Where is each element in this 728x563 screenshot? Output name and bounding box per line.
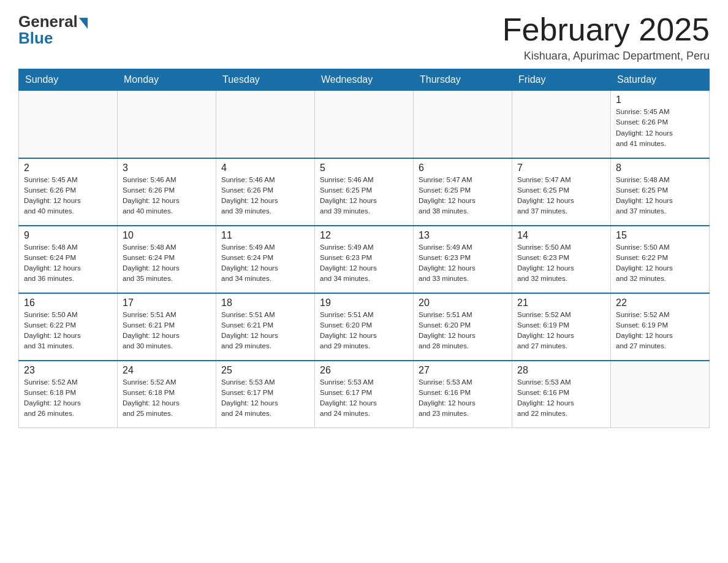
table-row: 5Sunrise: 5:46 AM Sunset: 6:25 PM Daylig… (315, 158, 414, 226)
day-info: Sunrise: 5:51 AM Sunset: 6:20 PM Dayligh… (320, 310, 408, 352)
day-number: 21 (517, 297, 605, 308)
day-info: Sunrise: 5:51 AM Sunset: 6:21 PM Dayligh… (123, 310, 211, 352)
day-info: Sunrise: 5:49 AM Sunset: 6:24 PM Dayligh… (221, 242, 309, 285)
calendar-week-row: 9Sunrise: 5:48 AM Sunset: 6:24 PM Daylig… (19, 226, 710, 293)
calendar-week-row: 23Sunrise: 5:52 AM Sunset: 6:18 PM Dayli… (19, 361, 710, 428)
header-wednesday: Wednesday (315, 69, 414, 91)
day-number: 3 (123, 163, 211, 174)
day-info: Sunrise: 5:50 AM Sunset: 6:23 PM Dayligh… (517, 242, 605, 285)
table-row: 10Sunrise: 5:48 AM Sunset: 6:24 PM Dayli… (118, 226, 216, 293)
day-info: Sunrise: 5:47 AM Sunset: 6:25 PM Dayligh… (419, 175, 507, 217)
day-info: Sunrise: 5:48 AM Sunset: 6:24 PM Dayligh… (123, 242, 211, 285)
calendar-table: Sunday Monday Tuesday Wednesday Thursday… (18, 69, 710, 428)
day-info: Sunrise: 5:52 AM Sunset: 6:19 PM Dayligh… (517, 310, 605, 352)
day-number: 12 (320, 230, 408, 241)
day-info: Sunrise: 5:48 AM Sunset: 6:24 PM Dayligh… (24, 242, 112, 285)
table-row: 18Sunrise: 5:51 AM Sunset: 6:21 PM Dayli… (216, 293, 315, 361)
day-number: 28 (517, 365, 605, 376)
table-row: 9Sunrise: 5:48 AM Sunset: 6:24 PM Daylig… (19, 226, 118, 293)
day-info: Sunrise: 5:50 AM Sunset: 6:22 PM Dayligh… (24, 310, 112, 352)
day-info: Sunrise: 5:50 AM Sunset: 6:22 PM Dayligh… (616, 242, 704, 285)
day-number: 6 (419, 163, 507, 174)
day-info: Sunrise: 5:53 AM Sunset: 6:17 PM Dayligh… (320, 377, 408, 419)
table-row: 1Sunrise: 5:45 AM Sunset: 6:26 PM Daylig… (611, 91, 710, 158)
weekday-header-row: Sunday Monday Tuesday Wednesday Thursday… (19, 69, 710, 91)
day-number: 22 (616, 297, 704, 308)
day-number: 11 (221, 230, 309, 241)
table-row: 28Sunrise: 5:53 AM Sunset: 6:16 PM Dayli… (512, 361, 611, 428)
table-row: 20Sunrise: 5:51 AM Sunset: 6:20 PM Dayli… (414, 293, 512, 361)
table-row (611, 361, 710, 428)
day-number: 8 (616, 163, 704, 174)
table-row: 6Sunrise: 5:47 AM Sunset: 6:25 PM Daylig… (414, 158, 512, 226)
day-number: 5 (320, 163, 408, 174)
logo: General Blue (18, 12, 88, 48)
table-row: 15Sunrise: 5:50 AM Sunset: 6:22 PM Dayli… (611, 226, 710, 293)
day-number: 9 (24, 230, 112, 241)
day-number: 15 (616, 230, 704, 241)
day-info: Sunrise: 5:46 AM Sunset: 6:26 PM Dayligh… (221, 175, 309, 217)
page-header: General Blue February 2025 Kishuara, Apu… (18, 12, 710, 63)
table-row: 7Sunrise: 5:47 AM Sunset: 6:25 PM Daylig… (512, 158, 611, 226)
day-number: 1 (616, 94, 704, 105)
day-number: 20 (419, 297, 507, 308)
table-row: 21Sunrise: 5:52 AM Sunset: 6:19 PM Dayli… (512, 293, 611, 361)
table-row: 27Sunrise: 5:53 AM Sunset: 6:16 PM Dayli… (414, 361, 512, 428)
table-row: 2Sunrise: 5:45 AM Sunset: 6:26 PM Daylig… (19, 158, 118, 226)
day-info: Sunrise: 5:52 AM Sunset: 6:18 PM Dayligh… (123, 377, 211, 419)
month-title: February 2025 (502, 12, 710, 47)
table-row (512, 91, 611, 158)
table-row: 23Sunrise: 5:52 AM Sunset: 6:18 PM Dayli… (19, 361, 118, 428)
table-row: 13Sunrise: 5:49 AM Sunset: 6:23 PM Dayli… (414, 226, 512, 293)
day-info: Sunrise: 5:46 AM Sunset: 6:26 PM Dayligh… (123, 175, 211, 217)
day-info: Sunrise: 5:45 AM Sunset: 6:26 PM Dayligh… (24, 175, 112, 217)
table-row: 14Sunrise: 5:50 AM Sunset: 6:23 PM Dayli… (512, 226, 611, 293)
day-info: Sunrise: 5:53 AM Sunset: 6:16 PM Dayligh… (517, 377, 605, 419)
table-row: 25Sunrise: 5:53 AM Sunset: 6:17 PM Dayli… (216, 361, 315, 428)
day-info: Sunrise: 5:49 AM Sunset: 6:23 PM Dayligh… (320, 242, 408, 285)
table-row: 11Sunrise: 5:49 AM Sunset: 6:24 PM Dayli… (216, 226, 315, 293)
day-number: 13 (419, 230, 507, 241)
header-monday: Monday (118, 69, 216, 91)
table-row: 16Sunrise: 5:50 AM Sunset: 6:22 PM Dayli… (19, 293, 118, 361)
table-row: 4Sunrise: 5:46 AM Sunset: 6:26 PM Daylig… (216, 158, 315, 226)
calendar-week-row: 16Sunrise: 5:50 AM Sunset: 6:22 PM Dayli… (19, 293, 710, 361)
table-row (414, 91, 512, 158)
day-number: 19 (320, 297, 408, 308)
calendar-week-row: 1Sunrise: 5:45 AM Sunset: 6:26 PM Daylig… (19, 91, 710, 158)
table-row (315, 91, 414, 158)
day-info: Sunrise: 5:51 AM Sunset: 6:21 PM Dayligh… (221, 310, 309, 352)
day-info: Sunrise: 5:48 AM Sunset: 6:25 PM Dayligh… (616, 175, 704, 217)
day-info: Sunrise: 5:46 AM Sunset: 6:25 PM Dayligh… (320, 175, 408, 217)
day-info: Sunrise: 5:45 AM Sunset: 6:26 PM Dayligh… (616, 107, 704, 149)
header-sunday: Sunday (19, 69, 118, 91)
day-number: 17 (123, 297, 211, 308)
day-number: 4 (221, 163, 309, 174)
table-row: 8Sunrise: 5:48 AM Sunset: 6:25 PM Daylig… (611, 158, 710, 226)
calendar-week-row: 2Sunrise: 5:45 AM Sunset: 6:26 PM Daylig… (19, 158, 710, 226)
day-number: 2 (24, 163, 112, 174)
title-section: February 2025 Kishuara, Apurimac Departm… (502, 12, 710, 63)
table-row (19, 91, 118, 158)
table-row (216, 91, 315, 158)
day-info: Sunrise: 5:51 AM Sunset: 6:20 PM Dayligh… (419, 310, 507, 352)
day-number: 24 (123, 365, 211, 376)
table-row: 17Sunrise: 5:51 AM Sunset: 6:21 PM Dayli… (118, 293, 216, 361)
table-row: 3Sunrise: 5:46 AM Sunset: 6:26 PM Daylig… (118, 158, 216, 226)
table-row: 22Sunrise: 5:52 AM Sunset: 6:19 PM Dayli… (611, 293, 710, 361)
day-number: 27 (419, 365, 507, 376)
day-number: 25 (221, 365, 309, 376)
day-number: 14 (517, 230, 605, 241)
header-thursday: Thursday (414, 69, 512, 91)
day-info: Sunrise: 5:47 AM Sunset: 6:25 PM Dayligh… (517, 175, 605, 217)
table-row: 19Sunrise: 5:51 AM Sunset: 6:20 PM Dayli… (315, 293, 414, 361)
day-number: 18 (221, 297, 309, 308)
table-row: 24Sunrise: 5:52 AM Sunset: 6:18 PM Dayli… (118, 361, 216, 428)
location-text: Kishuara, Apurimac Department, Peru (502, 50, 710, 63)
day-info: Sunrise: 5:52 AM Sunset: 6:18 PM Dayligh… (24, 377, 112, 419)
header-tuesday: Tuesday (216, 69, 315, 91)
logo-blue-text: Blue (18, 29, 53, 48)
day-info: Sunrise: 5:49 AM Sunset: 6:23 PM Dayligh… (419, 242, 507, 285)
logo-arrow-icon (79, 18, 88, 29)
table-row: 26Sunrise: 5:53 AM Sunset: 6:17 PM Dayli… (315, 361, 414, 428)
